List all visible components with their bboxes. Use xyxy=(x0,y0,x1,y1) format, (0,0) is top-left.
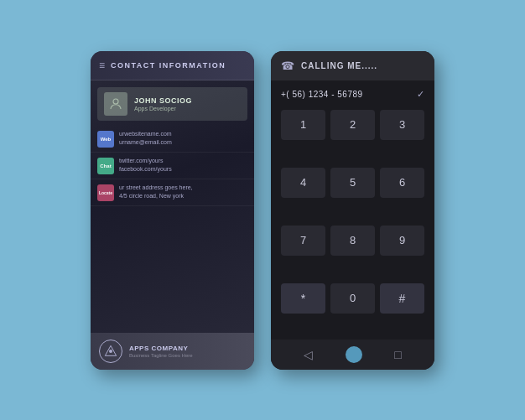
square-icon[interactable]: □ xyxy=(394,348,401,361)
keypad: 1 2 3 4 5 6 7 8 9 * 0 # xyxy=(271,106,434,340)
key-8[interactable]: 8 xyxy=(330,226,375,256)
key-star[interactable]: * xyxy=(281,283,325,314)
phone-right: ☎ CALLING ME..... +( 56) 1234 - 56789 ✓ … xyxy=(271,51,434,370)
web-line2: urname@email.com xyxy=(119,139,172,145)
locate-row: Locate ur street address goes here, 4/5 … xyxy=(91,179,254,206)
web-line1: urwebsitename.com xyxy=(119,131,172,137)
svg-point-2 xyxy=(109,350,112,353)
calling-title: CALLING ME..... xyxy=(301,61,377,70)
avatar xyxy=(104,92,127,116)
company-footer: APPS COMPANY Business Tagline Goes Here xyxy=(91,333,254,370)
check-icon: ✓ xyxy=(417,89,424,100)
chat-badge: Chat xyxy=(97,158,114,174)
nav-bar: ◁ □ xyxy=(271,340,434,370)
phones-container: ≡ CONTACT INFORMATION JOHN SOCIOG Apps D… xyxy=(91,51,434,370)
key-4[interactable]: 4 xyxy=(281,168,325,198)
locate-info: ur street address goes here, 4/5 circle … xyxy=(119,184,193,201)
key-9[interactable]: 9 xyxy=(380,226,424,256)
phone-number: +( 56) 1234 - 56789 xyxy=(281,90,363,99)
key-3[interactable]: 3 xyxy=(380,110,424,140)
key-hash[interactable]: # xyxy=(380,283,424,314)
chat-line2: facebook.com/yours xyxy=(119,166,172,172)
left-header: ≡ CONTACT INFORMATION xyxy=(91,51,254,80)
svg-point-0 xyxy=(113,99,118,104)
key-1[interactable]: 1 xyxy=(281,110,325,140)
profile-title: Apps Developer xyxy=(134,106,192,111)
chat-row: Chat twitter.com/yours facebook.com/your… xyxy=(91,153,254,179)
web-row: Web urwebsitename.com urname@email.com xyxy=(91,126,254,153)
right-header: ☎ CALLING ME..... xyxy=(271,51,434,80)
key-5[interactable]: 5 xyxy=(330,168,375,198)
locate-badge: Locate xyxy=(97,184,114,201)
profile-info: JOHN SOCIOG Apps Developer xyxy=(134,96,192,111)
company-name: APPS COMPANY xyxy=(129,345,193,352)
profile-row: JOHN SOCIOG Apps Developer xyxy=(97,87,247,121)
key-7[interactable]: 7 xyxy=(281,226,325,256)
home-button[interactable] xyxy=(346,346,362,363)
key-0[interactable]: 0 xyxy=(330,283,375,314)
company-logo xyxy=(99,340,122,363)
phone-icon: ☎ xyxy=(281,60,294,72)
menu-icon: ≡ xyxy=(99,60,106,71)
phone-number-row: +( 56) 1234 - 56789 ✓ xyxy=(271,80,434,106)
phone-left: ≡ CONTACT INFORMATION JOHN SOCIOG Apps D… xyxy=(91,51,254,370)
key-6[interactable]: 6 xyxy=(380,168,424,198)
web-info: urwebsitename.com urname@email.com xyxy=(119,130,172,148)
locate-line1: ur street address goes here, xyxy=(119,184,193,190)
chat-line1: twitter.com/yours xyxy=(119,158,164,163)
back-icon[interactable]: ◁ xyxy=(304,348,313,361)
chat-info: twitter.com/yours facebook.com/yours xyxy=(119,157,172,174)
profile-name: JOHN SOCIOG xyxy=(134,96,192,105)
web-badge: Web xyxy=(97,131,114,148)
company-info: APPS COMPANY Business Tagline Goes Here xyxy=(129,345,193,358)
locate-line2: 4/5 circle road, New york xyxy=(119,193,184,199)
key-2[interactable]: 2 xyxy=(330,110,375,140)
contact-info-title: CONTACT INFORMATION xyxy=(111,61,226,70)
company-tagline: Business Tagline Goes Here xyxy=(129,353,193,358)
